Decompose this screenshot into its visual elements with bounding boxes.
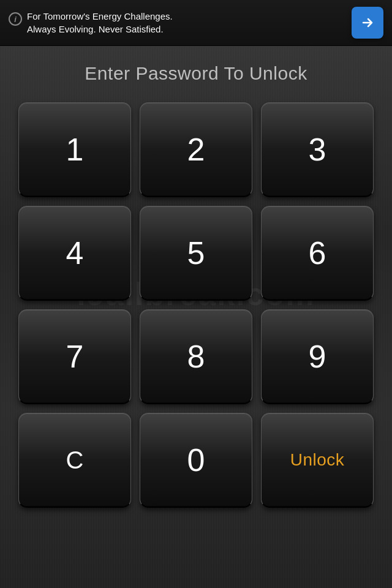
header: i For Tomorrow's Energy Challenges. Alwa… bbox=[0, 0, 392, 46]
key-2-button[interactable]: 2 bbox=[140, 102, 252, 197]
header-left: i For Tomorrow's Energy Challenges. Alwa… bbox=[9, 10, 352, 36]
key-5-button[interactable]: 5 bbox=[140, 206, 252, 301]
key-6-button[interactable]: 6 bbox=[261, 206, 374, 301]
arrow-right-icon bbox=[360, 15, 375, 30]
key-4-button[interactable]: 4 bbox=[18, 206, 131, 301]
key-8-button[interactable]: 8 bbox=[140, 309, 252, 404]
unlock-button[interactable]: Unlock bbox=[261, 413, 374, 508]
key-0-button[interactable]: 0 bbox=[140, 413, 252, 508]
info-icon[interactable]: i bbox=[9, 12, 22, 26]
key-7-button[interactable]: 7 bbox=[18, 309, 131, 404]
clear-button[interactable]: C bbox=[18, 413, 131, 508]
key-3-button[interactable]: 3 bbox=[261, 102, 374, 197]
header-tagline: For Tomorrow's Energy Challenges. Always… bbox=[27, 10, 173, 36]
arrow-button[interactable] bbox=[352, 7, 383, 39]
key-1-button[interactable]: 1 bbox=[18, 102, 131, 197]
key-9-button[interactable]: 9 bbox=[261, 309, 374, 404]
keypad: 123456789C0Unlock bbox=[0, 96, 392, 526]
tagline-line1: For Tomorrow's Energy Challenges. bbox=[27, 10, 173, 23]
prompt-area: Enter Password To Unlock bbox=[0, 46, 392, 96]
prompt-text: Enter Password To Unlock bbox=[12, 63, 380, 84]
tagline-line2: Always Evolving. Never Satisfied. bbox=[27, 23, 173, 36]
